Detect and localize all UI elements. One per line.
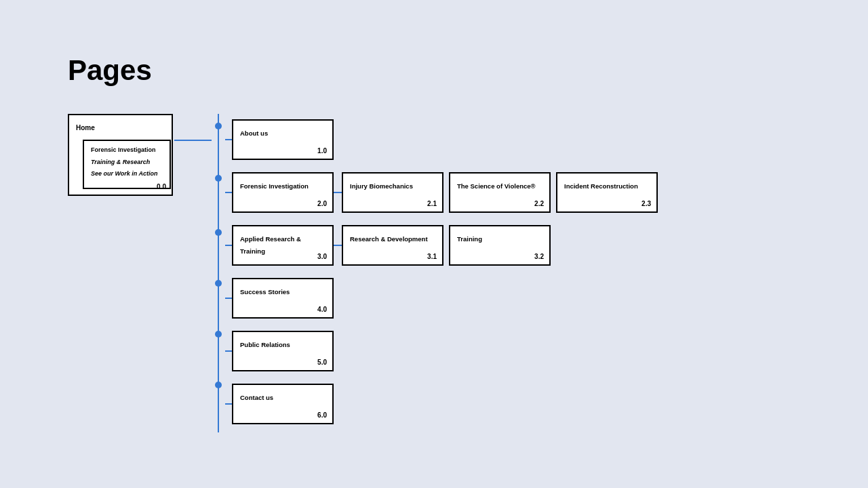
applied-research-label: Applied Research & Training <box>240 235 301 255</box>
science-violence-card[interactable]: The Science of Violence® 2.2 <box>449 172 551 213</box>
applied-research-subpages: Research & Development 3.1 Training 3.2 <box>342 225 551 266</box>
public-relations-card[interactable]: Public Relations 5.0 <box>232 331 334 371</box>
research-dev-number: 3.1 <box>427 253 437 260</box>
success-stories-card[interactable]: Success Stories 4.0 <box>232 278 334 319</box>
public-relations-row: Public Relations 5.0 <box>225 331 658 371</box>
incident-reconstruction-number: 2.3 <box>642 200 651 207</box>
science-violence-number: 2.2 <box>534 200 544 207</box>
about-us-card[interactable]: About us 1.0 <box>232 119 334 160</box>
incident-reconstruction-card[interactable]: Incident Reconstruction 2.3 <box>556 172 658 213</box>
about-us-row: About us 1.0 <box>225 119 658 160</box>
forensic-row: Forensic Investigation 2.0 Injury Biomec… <box>225 172 658 213</box>
about-us-number: 1.0 <box>317 147 327 155</box>
svg-point-3 <box>215 229 222 236</box>
biomechanics-card[interactable]: Injury Biomechanics 2.1 <box>342 172 443 213</box>
incident-reconstruction-label: Incident Reconstruction <box>564 182 638 190</box>
home-subcard: Forensic Investigation Training & Resear… <box>83 140 171 189</box>
svg-point-4 <box>215 280 222 287</box>
home-label: Home <box>76 124 95 131</box>
training-label: Training <box>457 235 482 243</box>
research-dev-label: Research & Development <box>350 235 428 243</box>
svg-point-2 <box>215 175 222 182</box>
page-title: Pages <box>68 54 800 87</box>
forensic-card[interactable]: Forensic Investigation 2.0 <box>232 172 334 213</box>
forensic-label: Forensic Investigation <box>240 182 309 190</box>
home-card[interactable]: Home 0.0 Forensic Investigation Training… <box>68 114 173 196</box>
public-relations-label: Public Relations <box>240 341 290 348</box>
applied-research-number: 3.0 <box>317 253 327 260</box>
contact-us-card[interactable]: Contact us 6.0 <box>232 384 334 424</box>
main-row: Home 0.0 Forensic Investigation Training… <box>68 114 800 424</box>
page-container: Pages Home 0.0 Forensic Investigation Tr… <box>0 0 868 451</box>
science-violence-label: The Science of Violence® <box>457 182 536 190</box>
contact-us-number: 6.0 <box>317 411 327 419</box>
contact-us-label: Contact us <box>240 394 273 401</box>
biomechanics-number: 2.1 <box>427 200 437 207</box>
success-stories-row: Success Stories 4.0 <box>225 278 658 319</box>
svg-point-6 <box>215 382 222 388</box>
contact-us-row: Contact us 6.0 <box>225 384 658 424</box>
biomechanics-label: Injury Biomechanics <box>350 182 413 190</box>
success-stories-label: Success Stories <box>240 288 290 296</box>
applied-research-row: Applied Research & Training 3.0 Research… <box>225 225 658 266</box>
public-relations-number: 5.0 <box>317 359 327 366</box>
research-dev-card[interactable]: Research & Development 3.1 <box>342 225 443 266</box>
applied-research-card[interactable]: Applied Research & Training 3.0 <box>232 225 334 266</box>
sub-item-forensic: Forensic Investigation <box>91 146 163 155</box>
home-number: 0.0 <box>157 183 166 190</box>
svg-point-1 <box>215 123 222 129</box>
training-number: 3.2 <box>534 253 544 260</box>
training-card[interactable]: Training 3.2 <box>449 225 551 266</box>
about-us-label: About us <box>240 129 268 137</box>
forensic-subpages: Injury Biomechanics 2.1 The Science of V… <box>342 172 658 213</box>
sub-item-training: Training & Research <box>91 159 163 167</box>
forensic-number: 2.0 <box>317 200 327 207</box>
svg-point-5 <box>215 331 222 338</box>
sub-item-seework: See our Work in Action <box>91 170 163 178</box>
success-stories-number: 4.0 <box>317 306 327 313</box>
